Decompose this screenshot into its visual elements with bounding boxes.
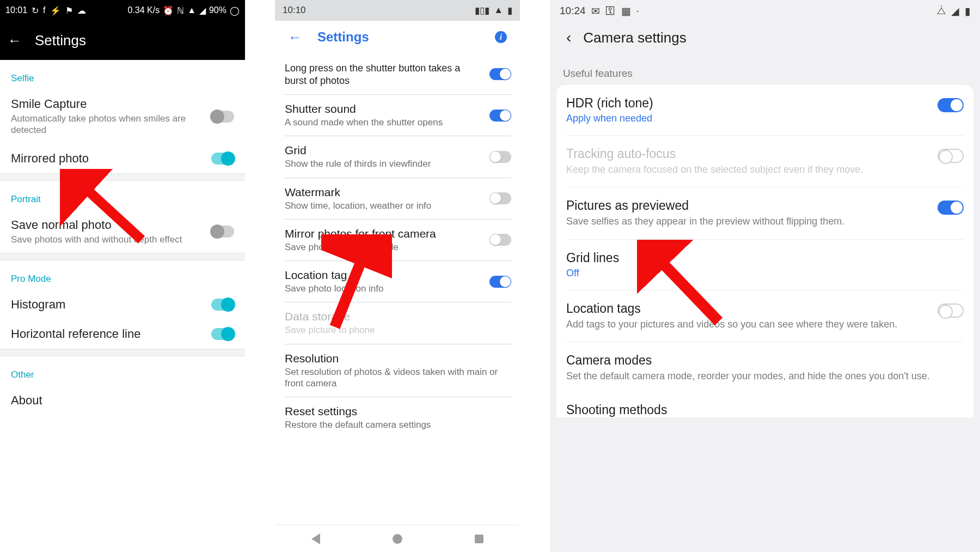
gmail-icon: ✉ [591, 5, 600, 17]
row-shooting-methods[interactable]: Shooting methods [556, 394, 973, 417]
app-icon: ▦ [621, 5, 631, 17]
status-bar: 10:24 ✉ ⚿ ▦ · ⧊ ◢ ▮ [550, 0, 980, 22]
refresh-icon: ↻ [32, 5, 39, 16]
row-hdr[interactable]: HDR (rich tone) Apply when needed [566, 85, 964, 136]
res-sub: Set resolution of photos & videos taken … [285, 366, 511, 390]
horiz-title: Horizontal reference line [11, 327, 205, 341]
taf-sub: Keep the camera focused on the selected … [566, 163, 929, 176]
alarm-icon: ⏰ [163, 5, 174, 16]
horiz-toggle[interactable] [211, 328, 234, 340]
page-title: Settings [35, 32, 86, 49]
mirror-title: Mirror photos for front camera [285, 227, 483, 240]
status-time: 10:24 [560, 5, 586, 17]
flag-icon: ⚑ [65, 5, 73, 16]
row-save-normal[interactable]: Save normal photo Save photos with and w… [0, 210, 245, 253]
hdr-toggle[interactable] [938, 98, 964, 112]
nav-bar [275, 525, 520, 552]
row-horizontal-ref[interactable]: Horizontal reference line [0, 319, 245, 349]
reset-sub: Restore the default camera settings [285, 419, 511, 430]
row-resolution[interactable]: Resolution Set resolution of photos & vi… [285, 344, 511, 398]
grid-title: Grid [285, 144, 483, 157]
section-selfie: Selfie [0, 60, 245, 89]
row-grid[interactable]: Grid Show the rule of thirds in viewfind… [285, 136, 511, 178]
ltags-toggle[interactable] [938, 304, 964, 318]
gridlines-title: Grid lines [566, 251, 964, 265]
row-camera-modes[interactable]: Camera modes Set the default camera mode… [566, 342, 964, 393]
pap-toggle[interactable] [938, 201, 964, 215]
info-icon[interactable]: i [495, 31, 507, 43]
row-burst[interactable]: Long press on the shutter button takes a… [285, 53, 511, 95]
row-shutter-sound[interactable]: Shutter sound A sound made when the shut… [285, 95, 511, 136]
divider [0, 349, 245, 356]
signal-icon: ◢ [951, 5, 959, 17]
page-title: Settings [317, 29, 369, 45]
pap-sub: Save selfies as they appear in the previ… [566, 215, 929, 228]
battery-icon: ◯ [230, 5, 240, 16]
row-pictures-as-previewed[interactable]: Pictures as previewed Save selfies as th… [566, 187, 964, 239]
nav-recents-icon[interactable] [475, 535, 483, 543]
hdr-title: HDR (rich tone) [566, 96, 929, 111]
nfc-icon: ℕ [177, 5, 184, 16]
taf-title: Tracking auto-focus [566, 147, 929, 161]
divider [0, 253, 245, 260]
app-bar: ‹ Camera settings [550, 22, 980, 53]
taf-toggle [938, 149, 964, 163]
row-grid-lines[interactable]: Grid lines Off [566, 240, 964, 290]
chat-icon: ☁ [77, 5, 86, 16]
wifi-icon: ▲ [187, 5, 196, 15]
shutter-title: Shutter sound [285, 102, 483, 116]
shutter-toggle[interactable] [489, 110, 511, 122]
wm-title: Watermark [285, 186, 483, 199]
wm-sub: Show time, location, weather or info [285, 200, 483, 211]
row-watermark[interactable]: Watermark Show time, location, weather o… [285, 178, 511, 220]
mirrored-toggle[interactable] [211, 153, 234, 165]
loc-title: Location tag [285, 269, 483, 282]
row-location-tag[interactable]: Location tag Save photo location info [285, 261, 511, 302]
ltags-sub: Add tags to your pictures and videos so … [566, 318, 929, 331]
shutter-sub: A sound made when the shutter opens [285, 117, 483, 128]
burst-sub: Long press on the shutter button takes a… [285, 62, 483, 87]
mirror-sub: Save photos in mirror mode [285, 241, 483, 253]
back-icon[interactable]: ← [8, 32, 22, 49]
smile-toggle[interactable] [211, 111, 234, 123]
row-location-tags[interactable]: Location tags Add tags to your pictures … [566, 290, 964, 342]
wm-toggle[interactable] [489, 192, 511, 204]
gridlines-sub: Off [566, 268, 964, 279]
row-mirrored-photo[interactable]: Mirrored photo [0, 144, 245, 173]
status-battery: 90% [209, 5, 226, 15]
row-about[interactable]: About [0, 386, 245, 415]
nav-back-icon[interactable] [311, 533, 320, 544]
back-icon[interactable]: ‹ [566, 29, 571, 46]
section-pro: Pro Mode [0, 260, 245, 290]
nav-home-icon[interactable] [393, 534, 402, 544]
battery-icon: ▮ [965, 5, 970, 17]
mirror-toggle[interactable] [489, 234, 511, 246]
about-title: About [11, 393, 234, 408]
storage-title: Data storage [285, 310, 511, 323]
ltags-title: Location tags [566, 301, 929, 316]
smile-sub: Automatically take photos when smiles ar… [11, 113, 205, 136]
loc-sub: Save photo location info [285, 283, 483, 294]
gap [245, 0, 275, 552]
grid-toggle[interactable] [489, 151, 511, 163]
app-bar: ← Settings i [275, 21, 520, 53]
vibrate-icon: ▮▯▮ [475, 5, 489, 16]
facebook-icon: f [43, 5, 45, 15]
row-mirror-front[interactable]: Mirror photos for front camera Save phot… [285, 220, 511, 261]
histogram-toggle[interactable] [211, 299, 234, 311]
smile-title: Smile Capture [11, 97, 205, 111]
histogram-title: Histogram [11, 298, 205, 312]
settings-card: HDR (rich tone) Apply when needed Tracki… [556, 85, 973, 394]
row-smile-capture[interactable]: Smile Capture Automatically take photos … [0, 89, 245, 144]
save-normal-toggle[interactable] [211, 226, 234, 238]
page-title: Camera settings [583, 29, 686, 46]
back-icon[interactable]: ← [288, 29, 302, 46]
status-bar: 10:01 ↻ f ⚡ ⚑ ☁ 0.34 K/s ⏰ ℕ ▲ ◢ 90% ◯ [0, 0, 245, 21]
loc-toggle[interactable] [489, 276, 511, 288]
reset-title: Reset settings [285, 405, 511, 418]
row-reset-settings[interactable]: Reset settings Restore the default camer… [285, 397, 511, 438]
section-other: Other [0, 356, 245, 386]
burst-toggle[interactable] [489, 68, 511, 80]
row-histogram[interactable]: Histogram [0, 290, 245, 319]
storage-sub: Save picture to phone [285, 324, 511, 336]
